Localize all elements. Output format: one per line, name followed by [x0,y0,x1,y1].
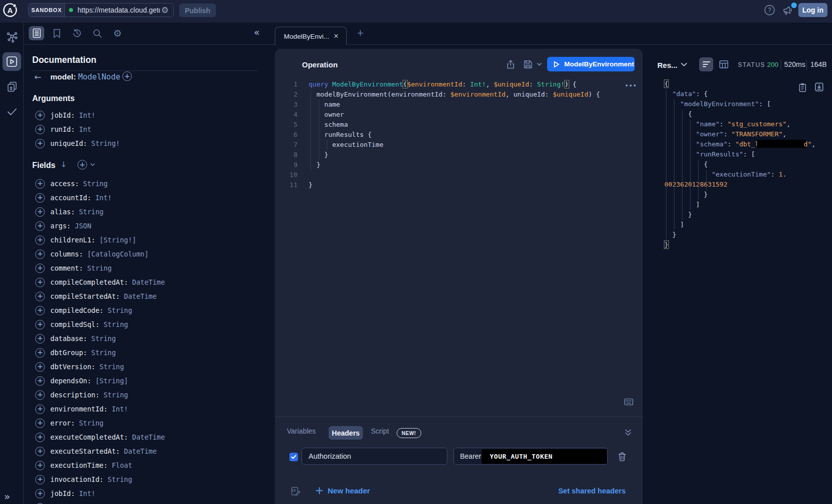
field-name[interactable]: jobId: [50,489,75,497]
add-field-icon[interactable] [35,193,45,203]
doc-tab-history[interactable] [69,26,85,40]
argument-name[interactable]: jobId: [50,111,75,119]
add-field-icon[interactable] [35,376,45,386]
field-name[interactable]: columns: [50,250,83,258]
header-value-input[interactable]: Bearer YOUR_AUTH_TOKEN [453,448,608,465]
doc-tab-settings[interactable]: ⚙ [110,26,125,40]
tab-headers[interactable]: Headers [329,426,363,440]
endpoint-settings-gear-icon[interactable]: ⚙ [161,6,169,15]
graphql-editor[interactable]: 1 query ModelByEnvironment($environmentI… [275,79,637,190]
field-name[interactable]: compiledCode: [50,306,104,314]
add-field-icon[interactable] [122,71,132,83]
add-field-icon[interactable] [35,390,45,400]
add-field-icon[interactable] [35,207,45,217]
add-field-icon[interactable] [35,418,45,428]
add-field-icon[interactable] [35,292,45,301]
fields-sort-icon[interactable]: ↓ [60,160,67,169]
add-all-fields-control[interactable] [78,160,95,170]
response-json[interactable]: { "data": { "modelByEnvironment": [ { "n… [650,79,832,250]
apollo-logo[interactable]: A [2,2,18,18]
field-name[interactable]: compileStartedAt: [50,292,120,300]
sandbox-badge[interactable]: SANDBOX [29,4,65,17]
share-operation-icon[interactable] [506,60,515,69]
tab-script[interactable]: Script [371,427,389,435]
field-name[interactable]: args: [50,222,71,230]
add-field-icon[interactable] [35,320,45,329]
announcements-megaphone-icon[interactable] [782,4,795,16]
header-key-input[interactable]: Authorization [301,448,447,465]
add-field-icon[interactable] [35,249,45,259]
response-title[interactable]: Res... [657,61,677,69]
operation-tab[interactable]: ModelByEnvi... × [275,27,347,45]
add-field-icon[interactable] [35,179,45,189]
field-name[interactable]: dependsOn: [50,377,91,385]
collapse-docs-icon[interactable]: « [250,25,264,39]
add-field-icon[interactable] [35,235,45,245]
expand-rail-icon[interactable]: » [4,490,10,502]
field-name[interactable]: description: [50,391,100,399]
add-field-icon[interactable] [35,362,45,372]
add-field-icon[interactable] [35,264,45,273]
add-field-icon[interactable] [35,404,45,414]
field-name[interactable]: database: [50,334,87,343]
field-name[interactable]: environmentId: [50,405,108,413]
close-tab-icon[interactable]: × [334,32,338,40]
preflight-script-icon[interactable] [291,486,300,496]
new-tab-button[interactable]: + [354,27,367,40]
response-view-formatted-toggle[interactable] [699,57,713,71]
field-name[interactable]: executionTime: [50,461,108,469]
add-field-icon[interactable] [35,221,45,231]
doc-tab-bookmarks[interactable] [49,26,64,40]
field-name[interactable]: invocationId: [50,475,104,483]
response-view-table-toggle[interactable] [719,60,728,68]
sidebar-item-graph[interactable] [3,28,21,46]
add-field-icon[interactable] [35,447,45,456]
add-field-icon[interactable] [35,489,45,498]
field-name[interactable]: compileCompletedAt: [50,278,128,286]
keyboard-shortcuts-icon[interactable] [624,398,633,405]
add-argument-icon[interactable] [35,125,45,134]
add-field-icon[interactable] [35,475,45,484]
field-name[interactable]: dbtVersion: [50,363,95,371]
sidebar-item-checks[interactable] [3,102,21,121]
field-name[interactable]: comment: [50,264,83,272]
response-dropdown-chevron-icon[interactable] [680,62,688,67]
breadcrumb-type[interactable]: ModelNode [78,72,120,81]
field-name[interactable]: accountId: [50,194,91,202]
set-shared-headers-button[interactable]: Set shared headers [551,487,626,495]
help-icon[interactable]: ? [764,5,775,16]
sidebar-item-collections[interactable] [3,77,21,96]
argument-name[interactable]: runId: [50,125,75,133]
collapse-request-panel-icon[interactable] [624,429,632,437]
back-arrow-icon[interactable]: ← [34,72,41,82]
sidebar-item-explorer[interactable] [3,52,21,71]
new-header-button[interactable]: New header [316,486,370,495]
add-field-icon[interactable] [35,306,45,315]
add-field-icon[interactable] [35,461,45,470]
editor-overflow-menu-icon[interactable] [626,85,636,87]
add-argument-icon[interactable] [35,139,45,148]
add-field-icon[interactable] [35,334,45,344]
delete-header-icon[interactable] [618,452,626,461]
field-name[interactable]: alias: [50,208,75,216]
login-button[interactable]: Log in [798,3,827,17]
header-enabled-checkbox[interactable] [289,453,298,461]
endpoint-url-text[interactable]: https://metadata.cloud.getdbt.com/graphq… [78,6,160,14]
field-name[interactable]: executeStartedAt: [50,447,120,455]
argument-name[interactable]: uniqueId: [50,139,87,147]
doc-tab-documentation[interactable] [29,26,44,40]
add-argument-icon[interactable] [35,111,45,120]
add-field-icon[interactable] [35,348,45,358]
save-operation-control[interactable] [523,60,542,69]
publish-button[interactable]: Publish [179,4,216,17]
add-field-icon[interactable] [35,433,45,442]
field-name[interactable]: childrenL1: [50,236,95,244]
field-name[interactable]: compiledSql: [50,320,100,328]
field-name[interactable]: error: [50,419,75,427]
field-name[interactable]: dbtGroup: [50,349,87,357]
add-field-icon[interactable] [35,278,45,287]
run-operation-button[interactable]: ModelByEnvironment [547,57,635,71]
field-name[interactable]: executeCompletedAt: [50,433,128,441]
doc-tab-search[interactable] [90,26,105,40]
tab-variables[interactable]: Variables [287,427,316,435]
